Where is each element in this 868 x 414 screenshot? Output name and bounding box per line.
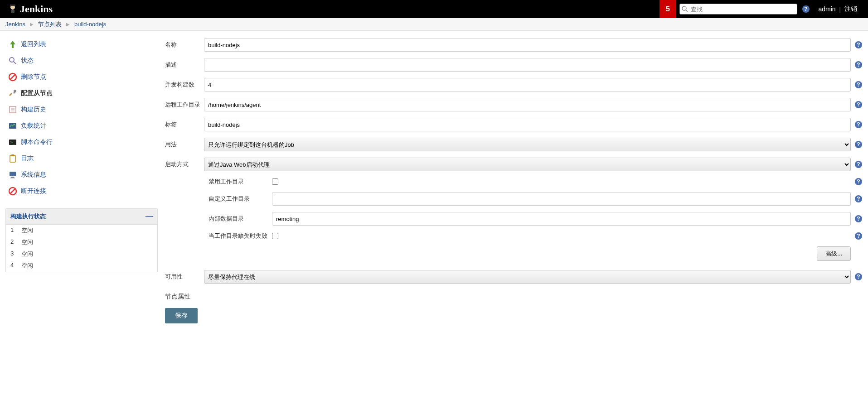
user-link[interactable]: admin [818,5,835,13]
label-remote-fs: 远程工作目录 [165,98,204,109]
svg-text:?: ? [857,141,860,148]
sidebar-item-configure[interactable]: 配置从节点 [5,85,160,101]
svg-rect-22 [10,172,16,176]
availability-select[interactable]: 尽量保持代理在线 [204,270,851,284]
sidebar-item-label: 构建历史 [21,106,46,114]
label-executors: 并发构建数 [165,78,204,89]
executors-input[interactable] [204,78,851,91]
search-icon [681,5,689,13]
launch-sub-section: 禁用工作目录 ? 自定义工作目录 ? 内部数据目录 ? [209,178,863,240]
help-icon[interactable]: ? [854,232,863,240]
svg-point-4 [682,6,686,10]
label-description: 描述 [165,58,204,69]
jenkins-logo[interactable]: Jenkins [7,3,53,15]
notification-badge[interactable]: 5 [659,0,676,18]
save-button[interactable]: 保存 [165,308,198,323]
description-input[interactable] [204,58,851,72]
fail-missing-checkbox[interactable] [272,233,278,239]
svg-rect-21 [11,154,14,156]
label-disable-workdir: 禁用工作目录 [209,178,272,186]
sidebar-item-label: 返回列表 [21,40,46,48]
labels-input[interactable] [204,118,851,131]
help-icon[interactable]: ? [854,61,863,69]
clipboard-icon [7,153,18,164]
chevron-right-icon: ▶ [66,22,70,27]
label-internal-dir: 内部数据目录 [209,215,272,223]
help-icon[interactable]: ? [854,215,863,223]
executor-row: 2 空闲 [6,236,157,248]
chevron-right-icon: ▶ [30,22,34,27]
svg-point-1 [11,5,15,9]
svg-rect-2 [11,10,15,13]
label-launch: 启动方式 [165,158,204,168]
help-icon[interactable]: ? [854,101,863,109]
sidebar-item-load[interactable]: 负载统计 [5,118,160,134]
help-icon[interactable]: ? [854,140,863,149]
svg-point-8 [10,58,14,62]
monitor-icon [7,120,18,131]
svg-text:?: ? [857,274,860,280]
main-panel: 名称 ? 描述 ? 并发构建数 ? 远程工作目录 ? [160,31,868,342]
internal-dir-input[interactable] [272,212,851,226]
sidebar-item-sysinfo[interactable]: 系统信息 [5,167,160,183]
help-icon[interactable]: ? [854,120,863,129]
usage-select[interactable]: 只允许运行绑定到这台机器的Job [204,138,851,151]
label-custom-workdir: 自定义工作目录 [209,195,272,203]
breadcrumb: Jenkins ▶ 节点列表 ▶ build-nodejs [0,18,868,31]
breadcrumb-item-0[interactable]: Jenkins [5,21,25,28]
help-icon[interactable]: ? [854,41,863,49]
executors-pane: 构建执行状态 — 1 空闲 2 空闲 3 空闲 4 空闲 [5,208,158,272]
svg-text:?: ? [857,216,860,222]
terminal-icon: >_ [7,137,18,148]
notepad-icon [7,104,18,115]
sidebar-item-label: 状态 [21,57,34,65]
help-icon[interactable]: ? [802,5,810,13]
breadcrumb-item-2[interactable]: build-nodejs [74,21,106,28]
sidebar-item-delete[interactable]: 删除节点 [5,69,160,85]
help-icon[interactable]: ? [854,195,863,203]
sidebar-item-disconnect[interactable]: 断开连接 [5,183,160,199]
magnifier-icon [7,55,18,66]
remote-fs-input[interactable] [204,98,851,111]
executor-num: 4 [10,262,21,270]
help-icon[interactable]: ? [854,81,863,89]
launch-select[interactable]: 通过Java Web启动代理 [204,158,851,171]
svg-text:?: ? [857,161,860,168]
sidebar-item-log[interactable]: 日志 [5,150,160,167]
svg-line-5 [686,10,688,12]
sidebar-item-status[interactable]: 状态 [5,53,160,69]
sidebar-item-back[interactable]: 返回列表 [5,36,160,53]
svg-text:?: ? [857,233,860,239]
executor-state: 空闲 [21,226,33,235]
sidebar-item-script[interactable]: >_ 脚本命令行 [5,134,160,150]
svg-text:?: ? [857,62,860,68]
collapse-icon[interactable]: — [145,212,153,221]
help-icon[interactable]: ? [854,160,863,168]
svg-text:?: ? [857,82,860,88]
svg-rect-3 [10,5,15,6]
svg-line-9 [14,62,16,64]
sidebar-item-label: 系统信息 [21,171,46,179]
jenkins-logo-icon [7,4,18,14]
search-input[interactable] [679,4,797,14]
executors-title-link[interactable]: 构建执行状态 [10,212,46,221]
sidebar-item-history[interactable]: 构建历史 [5,101,160,118]
sidebar-item-label: 脚本命令行 [21,138,53,146]
disable-workdir-checkbox[interactable] [272,178,278,185]
header-separator: | [839,6,841,13]
svg-point-12 [14,90,16,92]
label-labels: 标签 [165,118,204,129]
help-icon[interactable]: ? [854,273,863,281]
advanced-button[interactable]: 高级... [817,246,851,261]
executor-row: 3 空闲 [6,248,157,260]
svg-text:?: ? [805,6,808,12]
label-fail-missing: 当工作目录缺失时失败 [209,232,272,240]
forbidden-icon [7,72,18,82]
help-icon[interactable]: ? [854,178,863,186]
name-input[interactable] [204,38,851,52]
executor-state: 空闲 [21,238,33,246]
breadcrumb-item-1[interactable]: 节点列表 [38,20,62,29]
custom-workdir-input[interactable] [272,192,851,206]
label-name: 名称 [165,38,204,49]
logout-link[interactable]: 注销 [844,5,857,13]
